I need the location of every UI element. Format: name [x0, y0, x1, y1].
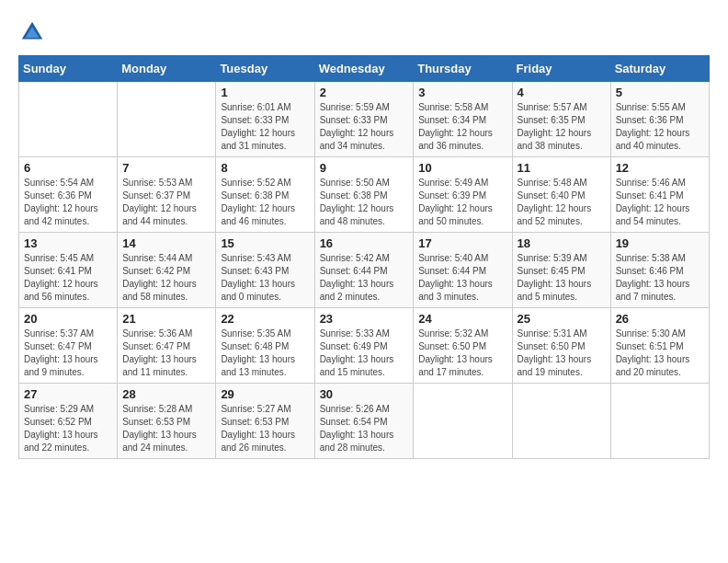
- day-number: 29: [221, 387, 309, 401]
- calendar-cell: 30Sunrise: 5:26 AMSunset: 6:54 PMDayligh…: [314, 384, 414, 459]
- page-header: [18, 18, 710, 46]
- day-number: 3: [418, 86, 506, 99]
- calendar-cell: 13Sunrise: 5:45 AMSunset: 6:41 PMDayligh…: [19, 233, 118, 308]
- day-number: 27: [24, 387, 112, 401]
- logo: [18, 18, 51, 46]
- calendar-cell: 3Sunrise: 5:58 AMSunset: 6:34 PMDaylight…: [414, 82, 512, 157]
- day-detail: Sunrise: 5:30 AMSunset: 6:51 PMDaylight:…: [616, 327, 704, 379]
- day-detail: Sunrise: 5:28 AMSunset: 6:53 PMDaylight:…: [122, 403, 210, 454]
- calendar-cell: 16Sunrise: 5:42 AMSunset: 6:44 PMDayligh…: [314, 233, 414, 308]
- day-detail: Sunrise: 5:40 AMSunset: 6:44 PMDaylight:…: [418, 252, 506, 304]
- calendar-week-row: 20Sunrise: 5:37 AMSunset: 6:47 PMDayligh…: [19, 308, 710, 384]
- logo-icon: [18, 18, 46, 46]
- day-number: 30: [320, 387, 409, 401]
- calendar-cell: [610, 384, 709, 459]
- calendar-cell: 23Sunrise: 5:33 AMSunset: 6:49 PMDayligh…: [314, 308, 414, 384]
- day-detail: Sunrise: 5:32 AMSunset: 6:50 PMDaylight:…: [418, 327, 506, 379]
- weekday-header-wednesday: Wednesday: [314, 56, 414, 82]
- day-number: 23: [320, 312, 409, 326]
- day-detail: Sunrise: 5:48 AMSunset: 6:40 PMDaylight:…: [518, 177, 606, 228]
- day-detail: Sunrise: 5:58 AMSunset: 6:34 PMDaylight:…: [418, 101, 506, 153]
- calendar-cell: 2Sunrise: 5:59 AMSunset: 6:33 PMDaylight…: [314, 82, 414, 157]
- day-detail: Sunrise: 5:59 AMSunset: 6:33 PMDaylight:…: [320, 101, 409, 153]
- day-detail: Sunrise: 5:49 AMSunset: 6:39 PMDaylight:…: [418, 177, 506, 228]
- calendar-cell: 12Sunrise: 5:46 AMSunset: 6:41 PMDayligh…: [610, 157, 709, 233]
- weekday-header-monday: Monday: [118, 56, 216, 82]
- day-detail: Sunrise: 5:37 AMSunset: 6:47 PMDaylight:…: [24, 327, 112, 379]
- calendar-cell: 8Sunrise: 5:52 AMSunset: 6:38 PMDaylight…: [216, 157, 314, 233]
- calendar-cell: 4Sunrise: 5:57 AMSunset: 6:35 PMDaylight…: [512, 82, 610, 157]
- day-detail: Sunrise: 5:38 AMSunset: 6:46 PMDaylight:…: [616, 252, 704, 304]
- calendar-cell: 7Sunrise: 5:53 AMSunset: 6:37 PMDaylight…: [118, 157, 216, 233]
- calendar-cell: 22Sunrise: 5:35 AMSunset: 6:48 PMDayligh…: [216, 308, 314, 384]
- calendar-cell: 26Sunrise: 5:30 AMSunset: 6:51 PMDayligh…: [610, 308, 709, 384]
- day-detail: Sunrise: 5:54 AMSunset: 6:36 PMDaylight:…: [24, 177, 112, 228]
- day-detail: Sunrise: 5:46 AMSunset: 6:41 PMDaylight:…: [616, 177, 704, 228]
- day-number: 2: [320, 86, 409, 99]
- calendar-cell: [118, 82, 216, 157]
- calendar-cell: 24Sunrise: 5:32 AMSunset: 6:50 PMDayligh…: [414, 308, 512, 384]
- day-detail: Sunrise: 5:53 AMSunset: 6:37 PMDaylight:…: [122, 177, 210, 228]
- weekday-header-sunday: Sunday: [19, 56, 118, 82]
- day-number: 18: [518, 236, 606, 250]
- day-detail: Sunrise: 5:43 AMSunset: 6:43 PMDaylight:…: [221, 252, 309, 304]
- day-detail: Sunrise: 5:45 AMSunset: 6:41 PMDaylight:…: [24, 252, 112, 304]
- weekday-header-saturday: Saturday: [610, 56, 709, 82]
- calendar-cell: 15Sunrise: 5:43 AMSunset: 6:43 PMDayligh…: [216, 233, 314, 308]
- day-number: 12: [616, 161, 704, 175]
- calendar-cell: 19Sunrise: 5:38 AMSunset: 6:46 PMDayligh…: [610, 233, 709, 308]
- day-number: 11: [518, 161, 606, 175]
- day-number: 6: [24, 161, 112, 175]
- calendar-table: SundayMondayTuesdayWednesdayThursdayFrid…: [18, 55, 710, 459]
- calendar-cell: 6Sunrise: 5:54 AMSunset: 6:36 PMDaylight…: [19, 157, 118, 233]
- day-number: 28: [122, 387, 210, 401]
- day-number: 26: [616, 312, 704, 326]
- day-number: 22: [221, 312, 309, 326]
- day-number: 8: [221, 161, 309, 175]
- day-number: 13: [24, 236, 112, 250]
- calendar-cell: 11Sunrise: 5:48 AMSunset: 6:40 PMDayligh…: [512, 157, 610, 233]
- day-detail: Sunrise: 5:35 AMSunset: 6:48 PMDaylight:…: [221, 327, 309, 379]
- day-detail: Sunrise: 5:52 AMSunset: 6:38 PMDaylight:…: [221, 177, 309, 228]
- day-number: 24: [418, 312, 506, 326]
- day-detail: Sunrise: 5:31 AMSunset: 6:50 PMDaylight:…: [518, 327, 606, 379]
- calendar-cell: 27Sunrise: 5:29 AMSunset: 6:52 PMDayligh…: [19, 384, 118, 459]
- day-number: 19: [616, 236, 704, 250]
- calendar-cell: 9Sunrise: 5:50 AMSunset: 6:38 PMDaylight…: [314, 157, 414, 233]
- calendar-cell: [19, 82, 118, 157]
- day-detail: Sunrise: 5:33 AMSunset: 6:49 PMDaylight:…: [320, 327, 409, 379]
- day-number: 17: [418, 236, 506, 250]
- day-number: 5: [616, 86, 704, 99]
- day-number: 25: [518, 312, 606, 326]
- day-number: 10: [418, 161, 506, 175]
- day-detail: Sunrise: 5:36 AMSunset: 6:47 PMDaylight:…: [122, 327, 210, 379]
- day-detail: Sunrise: 5:27 AMSunset: 6:53 PMDaylight:…: [221, 403, 309, 454]
- day-number: 9: [320, 161, 409, 175]
- day-number: 20: [24, 312, 112, 326]
- calendar-cell: 20Sunrise: 5:37 AMSunset: 6:47 PMDayligh…: [19, 308, 118, 384]
- calendar-cell: 5Sunrise: 5:55 AMSunset: 6:36 PMDaylight…: [610, 82, 709, 157]
- day-number: 14: [122, 236, 210, 250]
- calendar-cell: 1Sunrise: 6:01 AMSunset: 6:33 PMDaylight…: [216, 82, 314, 157]
- day-detail: Sunrise: 5:26 AMSunset: 6:54 PMDaylight:…: [320, 403, 409, 454]
- day-number: 21: [122, 312, 210, 326]
- calendar-cell: 21Sunrise: 5:36 AMSunset: 6:47 PMDayligh…: [118, 308, 216, 384]
- day-detail: Sunrise: 5:42 AMSunset: 6:44 PMDaylight:…: [320, 252, 409, 304]
- calendar-cell: 17Sunrise: 5:40 AMSunset: 6:44 PMDayligh…: [414, 233, 512, 308]
- calendar-cell: 28Sunrise: 5:28 AMSunset: 6:53 PMDayligh…: [118, 384, 216, 459]
- day-detail: Sunrise: 5:39 AMSunset: 6:45 PMDaylight:…: [518, 252, 606, 304]
- calendar-week-row: 27Sunrise: 5:29 AMSunset: 6:52 PMDayligh…: [19, 384, 710, 459]
- day-number: 7: [122, 161, 210, 175]
- day-detail: Sunrise: 6:01 AMSunset: 6:33 PMDaylight:…: [221, 101, 309, 153]
- calendar-cell: 29Sunrise: 5:27 AMSunset: 6:53 PMDayligh…: [216, 384, 314, 459]
- day-detail: Sunrise: 5:44 AMSunset: 6:42 PMDaylight:…: [122, 252, 210, 304]
- day-detail: Sunrise: 5:29 AMSunset: 6:52 PMDaylight:…: [24, 403, 112, 454]
- day-detail: Sunrise: 5:57 AMSunset: 6:35 PMDaylight:…: [518, 101, 606, 153]
- weekday-header-row: SundayMondayTuesdayWednesdayThursdayFrid…: [19, 56, 710, 82]
- day-number: 4: [518, 86, 606, 99]
- calendar-week-row: 6Sunrise: 5:54 AMSunset: 6:36 PMDaylight…: [19, 157, 710, 233]
- calendar-week-row: 1Sunrise: 6:01 AMSunset: 6:33 PMDaylight…: [19, 82, 710, 157]
- calendar-cell: 14Sunrise: 5:44 AMSunset: 6:42 PMDayligh…: [118, 233, 216, 308]
- calendar-cell: [414, 384, 512, 459]
- day-number: 16: [320, 236, 409, 250]
